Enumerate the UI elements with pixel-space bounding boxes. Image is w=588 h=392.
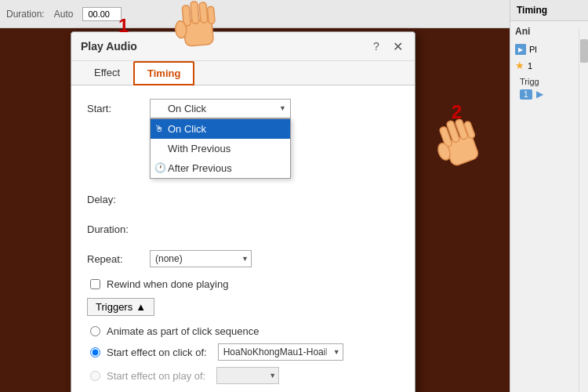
trigger-badge: 1 [520,89,532,100]
annotation-number-1: 1 [118,15,129,37]
start-effect-click-row: Start effect on click of: HoaNoKhongMau1… [87,343,399,361]
dialog-close-button[interactable]: ✕ [390,38,405,54]
start-effect-play-radio[interactable] [90,371,100,381]
repeat-row: Repeat: (none) [87,249,399,269]
start-label: Start: [87,103,150,114]
tab-timing[interactable]: Timing [133,61,194,85]
dropdown-item-with-previous[interactable]: With Previous [151,139,290,158]
duration-row: Duration: [87,219,399,239]
play-of-select [216,367,279,384]
anim-play-row: ▶ Pl [515,42,583,57]
tab-effect[interactable]: Effect [81,61,133,85]
play-of-select-wrapper [216,367,279,384]
start-effect-click-label: Start effect on click of: [107,347,207,358]
toolbar-duration-label: Duration: [6,9,45,20]
trigger-label: Trigg [520,77,579,86]
animate-sequence-label: Animate as part of click sequence [107,325,259,337]
triggers-arrow: ▲ [136,301,146,313]
start-effect-play-label: Start effect on play of: [107,370,205,382]
triggers-container: Triggers ▲ [87,298,399,316]
repeat-label: Repeat: [87,253,150,265]
repeat-select[interactable]: (none) [150,250,252,267]
anim-panel-title: Ani [515,26,583,37]
rewind-row: Rewind when done playing [87,278,399,290]
triggers-button[interactable]: Triggers ▲ [87,298,154,316]
dialog-help-button[interactable]: ? [369,39,383,53]
dropdown-item-after-previous[interactable]: 🕐 After Previous [151,158,290,178]
delay-row: Delay: [87,189,399,209]
svg-rect-4 [207,6,215,24]
delay-label: Delay: [87,194,150,205]
anim-star-row: ★ 1 [515,57,583,74]
svg-rect-2 [191,2,199,24]
start-control: 🖱 On Click With Previous After Previous … [150,99,399,118]
animate-sequence-radio[interactable] [90,326,100,336]
start-select[interactable]: On Click With Previous After Previous [150,99,291,118]
triggers-label: Triggers [96,301,132,313]
start-dropdown-overlay: 🖱 On Click With Previous 🕐 After Previou… [150,118,291,179]
animate-sequence-row: Animate as part of click sequence [87,325,399,337]
start-row: Start: 🖱 On Click With Previous After Pr… [87,98,399,118]
scrollbar-thumb [580,39,588,63]
anim-panel: Ani ▶ Pl ★ 1 Trigg 1 ▶ [510,21,588,107]
play-audio-dialog: 1 Play Audio ? ✕ Effect Timing [71,31,416,392]
after-previous-icon: 🕐 [154,162,166,173]
dialog-tab-bar: Effect Timing [71,61,415,85]
trigger-section: Trigg 1 ▶ [515,74,583,103]
play-label: Pl [529,45,537,54]
svg-rect-3 [199,2,208,24]
repeat-select-wrapper[interactable]: (none) [150,250,252,267]
repeat-control: (none) [150,250,399,267]
start-effect-click-radio[interactable] [90,347,100,358]
rewind-label: Rewind when done playing [107,278,228,290]
click-of-select-wrapper[interactable]: HoaNoKhongMau1-HoaiLam-62 [218,343,343,361]
star-count: 1 [528,61,532,71]
onclick-icon: 🖱 [154,123,164,134]
play-button-small[interactable]: ▶ [515,44,526,55]
dialog-title: Play Audio [81,40,137,53]
star-icon: ★ [515,60,524,71]
right-scrollbar[interactable] [579,28,588,392]
dropdown-item-onclick[interactable]: 🖱 On Click [151,119,290,139]
right-panel-timing-header: Timing [510,0,588,21]
toolbar-auto-label: Auto [54,9,74,20]
timing-label: Timing [517,5,547,16]
dialog-controls: ? ✕ [369,38,405,54]
right-panel: Timing Ani ▶ Pl ★ 1 Trigg 1 ▶ [510,0,588,392]
trigger-play-icon: ▶ [536,89,543,100]
top-toolbar: Duration: Auto [0,0,510,28]
start-effect-play-row: Start effect on play of: [87,367,399,384]
rewind-checkbox[interactable] [90,279,100,289]
dialog-body: Start: 🖱 On Click With Previous After Pr… [71,85,415,392]
toolbar-duration-input[interactable] [82,7,122,21]
click-of-select[interactable]: HoaNoKhongMau1-HoaiLam-62 [218,343,343,361]
start-select-wrapper[interactable]: 🖱 On Click With Previous After Previous … [150,99,291,118]
duration-label: Duration: [87,223,150,235]
